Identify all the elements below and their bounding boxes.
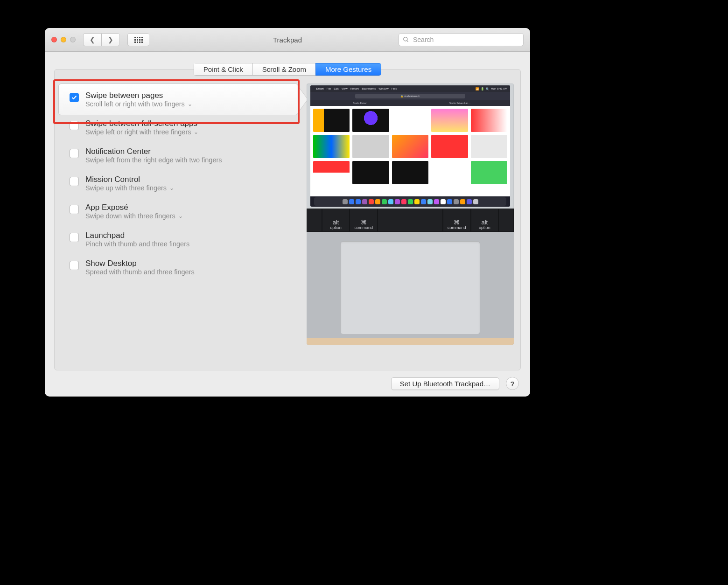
preview-trackpad xyxy=(340,241,480,334)
preview-key: altoption xyxy=(322,209,350,232)
preview-dock-icon xyxy=(434,199,439,204)
preview-dock-icon xyxy=(369,199,374,204)
preview-thumbnail xyxy=(431,109,468,132)
gesture-row-launchpad[interactable]: LaunchpadPinch with thumb and three fing… xyxy=(64,225,297,253)
preview-menu-item: Safari xyxy=(316,87,324,90)
chevron-down-icon: ⌄ xyxy=(194,129,198,135)
svg-point-0 xyxy=(404,37,407,41)
preview-dock-icon xyxy=(401,199,406,204)
gesture-subtitle-label: Swipe up with three fingers xyxy=(85,184,167,192)
gesture-row-show-desktop[interactable]: Show DesktopSpread with thumb and three … xyxy=(64,253,297,281)
gesture-checkbox-swipe-fullscreen[interactable] xyxy=(70,121,79,130)
help-button[interactable]: ? xyxy=(506,377,519,390)
tab-more-gestures[interactable]: More Gestures xyxy=(315,63,381,76)
gesture-subtitle[interactable]: Scroll left or right with two fingers⌄ xyxy=(85,100,192,108)
forward-button[interactable]: ❯ xyxy=(101,33,120,46)
preview-tab-right: Studio Feixen Lab… xyxy=(410,100,510,106)
gesture-checkbox-notification-center[interactable] xyxy=(70,149,79,158)
show-all-button[interactable] xyxy=(127,33,149,46)
zoom-button[interactable] xyxy=(70,37,76,42)
preview-thumbnail xyxy=(471,109,507,132)
gesture-text-swipe-fullscreen: Swipe between full-screen appsSwipe left… xyxy=(85,119,198,136)
search-field[interactable] xyxy=(399,33,524,46)
gesture-row-app-expose[interactable]: App ExposéSwipe down with three fingers⌄ xyxy=(64,197,297,225)
preview-key-symbol: alt xyxy=(333,219,339,225)
gesture-checkbox-show-desktop[interactable] xyxy=(70,261,79,270)
setup-bluetooth-trackpad-button[interactable]: Set Up Bluetooth Trackpad… xyxy=(391,377,499,390)
gesture-text-show-desktop: Show DesktopSpread with thumb and three … xyxy=(85,259,195,276)
preview-menu-item: Help xyxy=(392,87,397,90)
gesture-title: Swipe between full-screen apps xyxy=(85,119,198,128)
gesture-checkbox-mission-control[interactable] xyxy=(70,177,79,186)
gesture-preview: SafariFileEditViewHistoryBookmarksWindow… xyxy=(307,84,514,365)
gesture-row-swipe-pages[interactable]: Swipe between pagesScroll left or right … xyxy=(64,85,297,113)
preview-dock-icon xyxy=(382,199,387,204)
minimize-button[interactable] xyxy=(61,37,66,42)
preview-dock-icon xyxy=(375,199,380,204)
preview-thumbnail xyxy=(431,135,468,158)
preview-webpage xyxy=(310,106,510,196)
gesture-checkbox-launchpad[interactable] xyxy=(70,233,79,242)
preview-key-symbol: alt xyxy=(482,219,488,225)
back-button[interactable]: ❮ xyxy=(83,33,101,46)
gesture-subtitle-label: Scroll left or right with two fingers xyxy=(85,100,185,108)
preview-status-icon: 🔍 xyxy=(486,87,489,91)
preview-status-icon: 📶 xyxy=(476,87,479,91)
preview-thumbnail xyxy=(392,161,428,184)
preview-key: ⌘command xyxy=(350,209,378,232)
preview-thumbnail xyxy=(313,109,350,132)
traffic-lights xyxy=(45,37,76,42)
preview-key-label: option xyxy=(479,225,490,230)
gesture-text-launchpad: LaunchpadPinch with thumb and three fing… xyxy=(85,231,189,248)
search-input[interactable] xyxy=(412,35,519,44)
preview-key xyxy=(378,209,443,232)
gesture-subtitle: Pinch with thumb and three fingers xyxy=(85,240,189,248)
gesture-checkbox-swipe-pages[interactable] xyxy=(70,93,79,102)
check-icon xyxy=(71,95,77,100)
gesture-subtitle[interactable]: Swipe down with three fingers⌄ xyxy=(85,212,183,220)
gesture-subtitle-label: Pinch with thumb and three fingers xyxy=(85,240,189,248)
preview-dock-icon xyxy=(343,199,348,204)
preview-dock-icon xyxy=(447,199,452,204)
svg-line-1 xyxy=(407,41,408,42)
preview-tab-left: Studio Feixen xyxy=(310,100,410,106)
content-panel: Point & ClickScroll & ZoomMore Gestures … xyxy=(54,69,521,370)
preview-menu-item: View xyxy=(342,87,348,90)
search-icon xyxy=(403,36,409,43)
preview-key-symbol: ⌘ xyxy=(454,219,460,225)
chevron-right-icon: ❯ xyxy=(108,36,113,43)
preview-dock-icon xyxy=(362,199,367,204)
preview-dock-icon xyxy=(349,199,354,204)
preview-menu-item: Bookmarks xyxy=(362,87,376,90)
preview-url-text: studiofeixen.ch xyxy=(404,95,420,98)
preview-key-symbol: ⌘ xyxy=(361,219,367,225)
gesture-subtitle-label: Spread with thumb and three fingers xyxy=(85,268,195,276)
gesture-list: Swipe between pagesScroll left or right … xyxy=(55,84,297,365)
preview-desk xyxy=(307,338,514,345)
gesture-subtitle-label: Swipe left or right with three fingers xyxy=(85,128,191,136)
preview-key: ⌘command xyxy=(443,209,471,232)
gesture-subtitle[interactable]: Swipe left or right with three fingers⌄ xyxy=(85,128,198,136)
window-titlebar: ❮ ❯ Trackpad xyxy=(45,28,530,52)
preview-thumbnail xyxy=(313,135,350,158)
gesture-subtitle[interactable]: Swipe up with three fingers⌄ xyxy=(85,184,174,192)
gesture-row-mission-control[interactable]: Mission ControlSwipe up with three finge… xyxy=(64,169,297,197)
close-button[interactable] xyxy=(51,37,57,42)
footer: Set Up Bluetooth Trackpad… ? xyxy=(45,370,530,397)
tab-scroll-zoom[interactable]: Scroll & Zoom xyxy=(252,63,315,76)
gesture-title: App Exposé xyxy=(85,203,183,212)
preview-clock: Mon 8:41 AM xyxy=(491,87,507,90)
gesture-subtitle: Spread with thumb and three fingers xyxy=(85,268,195,276)
preview-url-bar: 🔒 studiofeixen.ch xyxy=(355,94,465,98)
preview-thumbnail xyxy=(392,135,428,158)
preview-thumbnail xyxy=(471,161,507,184)
preview-menu-item: File xyxy=(327,87,331,90)
gesture-title: Swipe between pages xyxy=(85,91,192,100)
preview-dock-icon xyxy=(441,199,446,204)
tab-point-click[interactable]: Point & Click xyxy=(194,63,252,76)
lock-icon: 🔒 xyxy=(400,95,403,98)
gesture-checkbox-app-expose[interactable] xyxy=(70,205,79,214)
preview-menubar-right: 📶🔋🔍Mon 8:41 AM xyxy=(476,87,507,91)
gesture-row-swipe-fullscreen[interactable]: Swipe between full-screen appsSwipe left… xyxy=(64,113,297,141)
gesture-row-notification-center[interactable]: Notification CenterSwipe left from the r… xyxy=(64,141,297,169)
